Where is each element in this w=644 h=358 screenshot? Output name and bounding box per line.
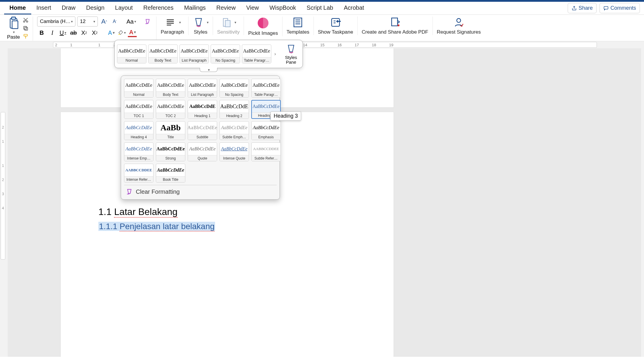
style-heading-1[interactable]: AaBbCcDdEHeading 1 [188,100,217,119]
ruler-h-tick: 18 [372,43,376,47]
chevron-down-icon[interactable]: ▾ [13,30,15,34]
comments-label: Comments [610,5,636,11]
style-intense-emp-[interactable]: AaBbCcDdEeIntense Emp… [124,142,153,161]
group-signatures[interactable]: Request Signatures [433,17,485,35]
ruler-v-tick: 1 [2,139,4,144]
heading-1-1-1[interactable]: 1.1.1 Penjelasan latar belakang [98,222,215,231]
styles-pane-button[interactable]: Styles Pane [282,42,300,66]
format-painter-icon[interactable] [23,34,29,40]
tab-acrobat[interactable]: Acrobat [338,2,369,14]
tab-home[interactable]: Home [4,2,31,14]
expand-gallery-button[interactable]: ▾ [200,68,217,72]
chevron-down-icon: ▾ [93,19,95,24]
style-toc-1[interactable]: AaBbCcDdEeTOC 1 [124,100,153,119]
style-normal[interactable]: AaBbCcDdEeNormal [117,45,146,63]
share-label: Share [579,5,593,11]
tab-design[interactable]: Design [81,2,110,14]
italic-button[interactable]: I [48,28,57,37]
tab-draw[interactable]: Draw [57,2,81,14]
share-button[interactable]: Share [568,3,597,13]
tab-script-lab[interactable]: Script Lab [301,2,338,14]
style-no-spacing[interactable]: AaBbCcDdEeNo Spacing [219,79,249,98]
style-emphasis[interactable]: AaBbCcDdEeEmphasis [251,121,281,140]
style-list-paragraph[interactable]: AaBbCcDdEeList Paragraph [179,45,209,63]
tab-view[interactable]: View [241,2,264,14]
styles-quick-strip: AaBbCcDdEeNormalAaBbCcDdEeBody TextAaBbC… [114,40,303,68]
change-case-button[interactable]: Aa▾ [127,17,136,26]
strikethrough-button[interactable]: ab [69,28,78,37]
styles-more-button[interactable]: › [273,51,277,57]
style-table-paragr-[interactable]: AaBbCcDdEeTable Paragr… [251,79,281,98]
style-title[interactable]: AaBbTitle [156,121,185,140]
pickit-icon [257,17,270,29]
font-color-button[interactable]: A▾ [128,28,137,37]
subscript-button[interactable]: X2 [80,28,88,37]
align-icon[interactable] [164,17,177,28]
chevron-down-icon: ▾ [71,19,73,24]
style-toc-2[interactable]: AaBbCcDdEeTOC 2 [156,100,185,119]
page-background: 1.1 Latar Belakang 1.1.1 Penjelasan lata… [8,48,641,357]
style-body-text[interactable]: AaBbCcDdEeBody Text [148,45,178,63]
style-list-paragraph[interactable]: AaBbCcDdEeList Paragraph [188,79,217,98]
highlight-button[interactable]: ▾ [117,28,126,37]
tab-mailings[interactable]: Mailings [179,2,211,14]
ruler-v-tick: 4 [2,206,4,210]
paste-icon[interactable] [8,17,19,30]
style-normal[interactable]: AaBbCcDdEeNormal [124,79,153,98]
ruler-h-tick: 1 [98,43,100,47]
style-subtitle[interactable]: AaBbCcDdEeSubtitle [188,121,217,140]
style-heading-2[interactable]: AaBbCcDdEHeading 2 [219,100,249,119]
style-quote[interactable]: AaBbCcDdEeQuote [188,142,217,161]
chevron-down-icon[interactable]: ▾ [179,20,181,24]
group-taskpane[interactable]: +− Show Taskpane [314,17,358,35]
style-table-paragr-[interactable]: AaBbCcDdEeTable Paragr… [242,45,271,63]
text-effects-button[interactable]: A▾ [107,28,115,37]
ruler-h-tick: 16 [337,43,341,47]
tab-review[interactable]: Review [211,2,241,14]
underline-button[interactable]: U▾ [58,28,67,37]
chevron-down-icon: ▾ [235,20,236,24]
group-pickit[interactable]: Pickit Images [244,17,282,36]
tab-references[interactable]: References [138,2,179,14]
comments-button[interactable]: Comments [600,3,640,13]
group-adobe[interactable]: Create and Share Adobe PDF [358,17,433,35]
shrink-font-button[interactable]: Aˇ [110,17,119,26]
cut-icon[interactable] [23,17,29,23]
ruler-h-tick: 19 [389,43,393,47]
style-subtle-emph-[interactable]: AaBbCcDdEeSubtle Emph… [219,121,249,140]
tab-layout[interactable]: Layout [110,2,138,14]
style-intense-quote[interactable]: AaBbCcDdEeIntense Quote [219,142,249,161]
tab-insert[interactable]: Insert [31,2,57,14]
styles-icon[interactable] [193,17,204,28]
style-strong[interactable]: AaBbCcDdEeStrong [156,142,185,161]
heading-1-1[interactable]: 1.1 Latar Belakang [98,206,178,217]
style-subtle-refer-[interactable]: AABBCCDDEESubtle Refer… [251,142,281,161]
clear-formatting-button[interactable] [143,17,152,26]
clear-formatting-row[interactable]: Clear Formatting [124,185,277,198]
ruler-horizontal: 2112345678910111213141516171819 [0,41,644,48]
copy-icon[interactable] [23,25,29,31]
ruler-v-tick: 2 [2,178,4,182]
superscript-button[interactable]: X2 [90,28,99,37]
style-no-spacing[interactable]: AaBbCcDdEeNo Spacing [211,45,240,63]
font-name-select[interactable]: Cambria (H…▾ [37,17,75,27]
ruler-h-tick: 15 [320,43,324,47]
font-size-select[interactable]: 12▾ [77,17,98,27]
svg-rect-6 [25,27,28,30]
pickit-label: Pickit Images [248,31,278,36]
svg-point-26 [457,19,461,22]
style-body-text[interactable]: AaBbCcDdEeBody Text [156,79,185,98]
bold-button[interactable]: B [37,28,46,37]
tab-wispbook[interactable]: WispBook [264,2,301,14]
style-heading-4[interactable]: AaBbCcDdEeHeading 4 [124,121,153,140]
ribbon: ▾ Paste Cambria (H…▾ 12▾ A^ Aˇ Aa▾ B I U… [0,15,644,41]
group-templates[interactable]: Templates [283,17,314,35]
group-styles: ▾ Styles [189,17,213,35]
svg-rect-2 [11,17,15,19]
grow-font-button[interactable]: A^ [100,17,108,26]
style-intense-refer-[interactable]: AABBCCDDEEIntense Refer… [124,164,153,183]
chevron-down-icon[interactable]: ▾ [207,20,209,24]
signature-icon [453,17,465,28]
ruler-h-tick: 2 [55,43,57,47]
style-book-title[interactable]: AaBbCcDdEeBook Title [156,164,185,183]
